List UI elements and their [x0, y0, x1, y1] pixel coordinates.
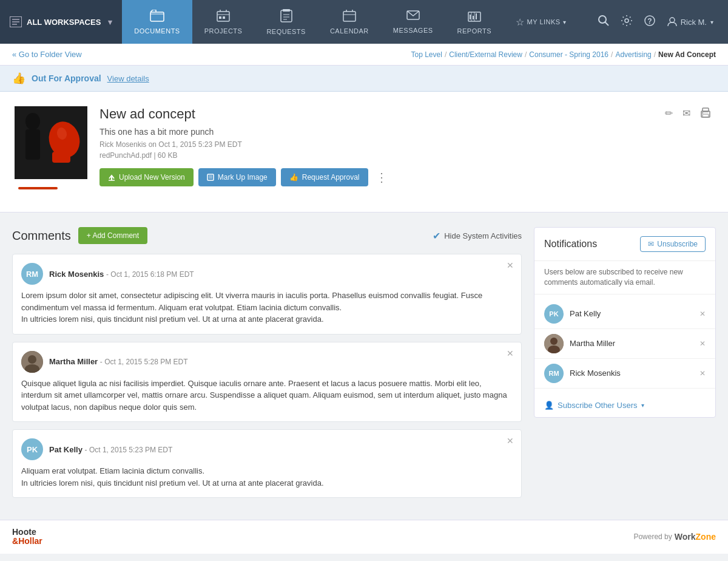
nav-item-mylinks[interactable]: ☆ MY LINKS ▾	[504, 0, 578, 44]
email-button[interactable]: ✉	[680, 106, 693, 122]
notifications-description: Users below are subscribed to receive ne…	[534, 261, 715, 294]
more-actions-button[interactable]: ⋮	[373, 170, 390, 185]
remove-subscriber-button[interactable]: ✕	[699, 339, 706, 348]
footer-powered: Powered by WorkZone	[633, 532, 716, 542]
avatar: PK	[544, 304, 564, 324]
svg-rect-9	[219, 16, 221, 19]
nav-item-requests[interactable]: REQUESTS	[254, 0, 318, 44]
thumbnail-image	[15, 106, 87, 179]
nav-item-reports-label: REPORTS	[457, 27, 491, 35]
unsubscribe-button[interactable]: ✉ Unsubscribe	[640, 236, 706, 252]
comments-header: Comments + Add Comment ✔ Hide System Act…	[12, 227, 522, 244]
nav-item-messages[interactable]: MESSAGES	[381, 0, 445, 44]
email-icon: ✉	[648, 240, 654, 248]
nav-item-reports[interactable]: REPORTS	[445, 0, 504, 44]
upload-new-version-button[interactable]: Upload New Version	[99, 168, 194, 186]
settings-button[interactable]	[616, 10, 637, 34]
comment-date: - Oct 1, 2015 5:23 PM EDT	[85, 446, 173, 454]
comment-close-button[interactable]: ✕	[507, 348, 514, 358]
print-button[interactable]	[698, 106, 713, 122]
status-bar: 👍 Out For Approval View details	[0, 66, 728, 92]
breadcrumb-consumer[interactable]: Consumer - Spring 2016	[529, 50, 608, 59]
calendar-icon	[343, 10, 356, 25]
nav-item-documents[interactable]: DOCUMENTS	[122, 0, 192, 44]
nav-item-requests-label: REQUESTS	[266, 28, 306, 35]
comment-author-info: Pat Kelly - Oct 1, 2015 5:23 PM EDT	[49, 445, 172, 454]
edit-button[interactable]: ✏	[662, 106, 675, 122]
user-dropdown-arrow: ▾	[710, 19, 713, 25]
unsubscribe-label: Unsubscribe	[657, 240, 698, 248]
document-file: redPunchAd.pdf | 60 KB	[99, 151, 713, 160]
avatar	[21, 351, 43, 373]
request-approval-button[interactable]: 👍 Request Approval	[281, 168, 368, 186]
breadcrumb-sep-3: /	[611, 50, 613, 59]
subscribe-other-users-button[interactable]: 👤 Subscribe Other Users ▾	[544, 401, 644, 410]
brand-zone: Zone	[696, 532, 716, 542]
comment-text: Lorem ipsum dolor sit amet, consectetur …	[21, 290, 513, 325]
subscriber-name: Martha Miller	[570, 339, 693, 348]
nav-item-projects-label: PROJECTS	[204, 27, 243, 35]
notifications-title: Notifications	[544, 239, 597, 250]
svg-rect-24	[470, 15, 471, 19]
comment-text: Aliquam erat volutpat. Etiam lacinia dic…	[21, 465, 513, 489]
user-icon	[667, 17, 677, 27]
hide-system-checkbox[interactable]: ✔	[433, 230, 440, 242]
comment-header: RM Rick Mosenkis - Oct 1, 2015 6:18 PM E…	[21, 263, 513, 285]
hide-system-label: Hide System Activities	[444, 231, 522, 240]
status-label: Out For Approval	[32, 73, 101, 83]
notification-user-row: RM Rick Mosenkis ✕	[534, 359, 715, 389]
workspace-selector[interactable]: ALL WORKSPACES ▾	[0, 0, 122, 44]
comment-author: Pat Kelly	[49, 445, 83, 454]
breadcrumb-sep-2: /	[525, 50, 527, 59]
notifications-header: Notifications ✉ Unsubscribe	[534, 228, 715, 261]
subscribe-other-row: 👤 Subscribe Other Users ▾	[534, 393, 715, 417]
nav-item-projects[interactable]: PROJECTS	[192, 0, 255, 44]
svg-point-34	[25, 113, 40, 130]
breadcrumb-advertising[interactable]: Advertising	[615, 50, 651, 59]
document-section: New ad concept ✏ ✉ This one has a bit mo…	[0, 92, 728, 212]
document-description: This one has a bit more punch	[99, 127, 713, 137]
markup-image-button[interactable]: Mark Up Image	[198, 168, 276, 186]
document-thumbnail[interactable]	[15, 106, 87, 197]
svg-rect-45	[207, 174, 214, 180]
help-button[interactable]: ?	[639, 10, 660, 34]
nav-items: DOCUMENTS PROJECTS REQUESTS CALENDAR MES…	[122, 0, 583, 44]
markup-button-label: Mark Up Image	[218, 173, 268, 182]
top-navigation: ALL WORKSPACES ▾ DOCUMENTS PROJECTS REQU…	[0, 0, 728, 44]
thumbnail-bar	[15, 179, 87, 197]
svg-point-42	[702, 112, 703, 114]
avatar-photo	[21, 351, 43, 373]
messages-icon	[406, 10, 420, 24]
avatar: RM	[21, 263, 43, 285]
comment-item: RM Rick Mosenkis - Oct 1, 2015 6:18 PM E…	[12, 254, 522, 335]
search-button[interactable]	[593, 10, 614, 34]
add-comment-button[interactable]: + Add Comment	[78, 227, 147, 244]
subscribe-other-arrow: ▾	[641, 402, 644, 409]
subscriber-name: Pat Kelly	[570, 309, 693, 318]
comment-close-button[interactable]: ✕	[507, 260, 514, 270]
comment-header: PK Pat Kelly - Oct 1, 2015 5:23 PM EDT	[21, 438, 513, 460]
remove-subscriber-button[interactable]: ✕	[699, 310, 706, 318]
svg-point-49	[28, 355, 36, 364]
user-name: Rick M.	[681, 18, 707, 27]
nav-item-calendar[interactable]: CALENDAR	[318, 0, 381, 44]
comments-section: Comments + Add Comment ✔ Hide System Act…	[12, 227, 522, 505]
svg-rect-16	[343, 12, 356, 21]
comment-item: Martha Miller - Oct 1, 2015 5:28 PM EDT …	[12, 342, 522, 423]
status-view-details-link[interactable]: View details	[107, 74, 149, 83]
user-menu[interactable]: Rick M. ▾	[662, 17, 718, 27]
comment-close-button[interactable]: ✕	[507, 436, 514, 446]
breadcrumb-top-level[interactable]: Top Level	[411, 50, 442, 59]
footer-logo: Hoote &Hollar	[12, 528, 42, 546]
breadcrumb-current: New Ad Concept	[658, 50, 716, 59]
remove-subscriber-button[interactable]: ✕	[699, 369, 706, 378]
breadcrumb-client-external[interactable]: Client/External Review	[449, 50, 522, 59]
hide-system-activities[interactable]: ✔ Hide System Activities	[433, 230, 522, 242]
svg-point-32	[670, 18, 675, 22]
thumbnail-bar-line	[18, 187, 58, 189]
subscribe-other-label: Subscribe Other Users	[558, 401, 638, 410]
comment-date: - Oct 1, 2015 6:18 PM EDT	[106, 270, 194, 279]
back-to-folder-link[interactable]: « Go to Folder View	[12, 50, 82, 59]
notifications-sidebar: Notifications ✉ Unsubscribe Users below …	[534, 227, 716, 418]
comment-text: Quisque aliquet ligula ac nisi facilisis…	[21, 378, 513, 413]
